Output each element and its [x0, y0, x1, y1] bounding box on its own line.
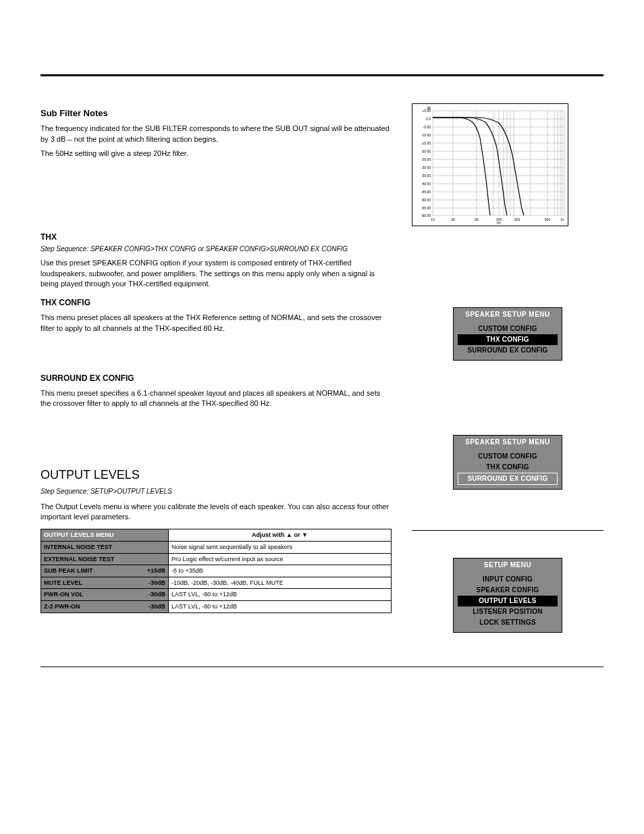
table-row-desc: LAST LVL, -80 to +12dB — [169, 601, 392, 613]
sub-filter-p1: The frequency indicated for the SUB FILT… — [41, 124, 392, 145]
table-row: EXTERNAL NOISE TEST — [41, 553, 169, 565]
output-levels-heading: OUTPUT LEVELS — [41, 467, 392, 484]
svg-text:-25.00: -25.00 — [421, 157, 431, 161]
svg-text:1k: 1k — [560, 217, 564, 221]
svg-text:-55.00: -55.00 — [421, 206, 431, 210]
osd-setup-menu: SETUP MENU INPUT CONFIG SPEAKER CONFIG O… — [453, 558, 562, 633]
table-row-desc: -5 to +35dB — [169, 565, 392, 577]
thx-config-heading: THX CONFIG — [41, 297, 392, 309]
ex-config-heading: SURROUND EX CONFIG — [41, 373, 392, 384]
svg-text:-15.00: -15.00 — [421, 141, 431, 145]
svg-text:10: 10 — [431, 217, 435, 221]
svg-text:+5.00: +5.00 — [422, 109, 431, 113]
osd-item: LISTENER POSITION — [458, 606, 558, 617]
svg-text:-35.00: -35.00 — [421, 174, 431, 178]
osd-item: SPEAKER CONFIG — [458, 585, 558, 596]
osd-title: SPEAKER SETUP MENU — [454, 308, 562, 321]
osd-speaker-setup-2: SPEAKER SETUP MENU CUSTOM CONFIG THX CON… — [453, 435, 562, 490]
svg-text:-60.00: -60.00 — [421, 213, 431, 217]
table-row: SUB PEAK LIMIT+15dB — [41, 565, 169, 577]
osd-speaker-setup-1: SPEAKER SETUP MENU CUSTOM CONFIG THX CON… — [453, 307, 562, 361]
osd-item: LOCK SETTINGS — [458, 617, 558, 628]
output-levels-step: Step Sequence: SETUP>OUTPUT LEVELS — [41, 487, 392, 496]
thx-heading-text: THX — [41, 232, 57, 242]
svg-text:-45.00: -45.00 — [421, 190, 431, 194]
table-row: MUTE LEVEL-30dB — [41, 577, 169, 589]
table-row-desc: -10dB, -20dB, -30dB, -40dB, FULL MUTE — [169, 577, 392, 589]
svg-text:Hz: Hz — [497, 221, 502, 225]
osd-item-selected: THX CONFIG — [458, 334, 558, 345]
svg-text:-30.00: -30.00 — [421, 165, 431, 170]
levels-right-header: Adjust with ▲ or ▼ — [169, 529, 392, 542]
thx-step: Step Sequence: SPEAKER CONFIG>THX CONFIG… — [41, 244, 392, 254]
osd-item: CUSTOM CONFIG — [458, 323, 558, 334]
table-row: Z-2 PWR-ON-30dB — [41, 601, 169, 613]
svg-text:20: 20 — [451, 217, 455, 221]
svg-text:-40.00: -40.00 — [421, 182, 431, 186]
osd-item-selected: OUTPUT LEVELS — [458, 596, 558, 606]
thx-heading: THX Step Sequence: SPEAKER CONFIG>THX CO… — [41, 232, 392, 254]
osd-item: THX CONFIG — [458, 462, 558, 473]
ex-config-p: This menu preset specifies a 6.1-channel… — [41, 388, 392, 409]
svg-text:-10.00: -10.00 — [421, 133, 431, 137]
svg-text:-20.00: -20.00 — [421, 149, 431, 153]
svg-text:50: 50 — [475, 217, 479, 221]
output-levels-p: The Output Levels menu is where you cali… — [41, 502, 392, 523]
osd-item: CUSTOM CONFIG — [458, 451, 558, 462]
svg-text:0.0: 0.0 — [426, 117, 431, 121]
svg-text:-5.00: -5.00 — [423, 125, 431, 129]
table-row: INTERNAL NOISE TEST — [41, 542, 169, 554]
osd-title: SPEAKER SETUP MENU — [454, 436, 562, 449]
thx-config-p: This menu preset places all speakers at … — [41, 313, 392, 334]
osd-item: SURROUND EX CONFIG — [458, 345, 558, 356]
osd-item-selected: SURROUND EX CONFIG — [458, 473, 558, 485]
sub-filter-p2: The 50Hz setting will give a steep 20Hz … — [41, 149, 392, 159]
sub-filter-heading: Sub Filter Notes — [41, 107, 392, 120]
table-row-desc: Noise signal sent sequentially to all sp… — [169, 542, 392, 554]
osd-item: INPUT CONFIG — [458, 574, 558, 585]
svg-text:200: 200 — [514, 217, 520, 221]
osd-title: SETUP MENU — [454, 558, 562, 572]
table-row-desc: LAST LVL, -80 to +12dB — [169, 589, 392, 601]
table-row: PWR-ON VOL-30dB — [41, 589, 169, 601]
levels-left-header: OUTPUT LEVELS MENU — [41, 529, 169, 542]
sub-filter-chart: dB +5.00 0.0 -5.00 -10.00 -15.00 -20.00 … — [412, 103, 568, 226]
output-levels-table: OUTPUT LEVELS MENU Adjust with ▲ or ▼ IN… — [41, 529, 392, 613]
svg-text:500: 500 — [545, 217, 551, 221]
table-row-desc: Pro Logic effect w/current input as sour… — [169, 553, 392, 565]
svg-text:-50.00: -50.00 — [421, 198, 431, 202]
thx-p1: Use this preset SPEAKER CONFIG option if… — [41, 258, 392, 289]
